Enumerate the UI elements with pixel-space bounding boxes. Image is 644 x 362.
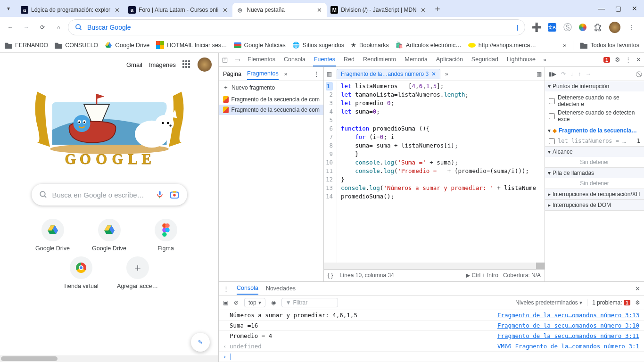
drawer-menu-icon[interactable]: ⋮	[223, 285, 229, 292]
console-prompt[interactable]	[219, 352, 644, 362]
minimize-button[interactable]: ―	[598, 5, 605, 12]
context-selector[interactable]: top ▾	[244, 298, 265, 307]
section-header[interactable]: ▾ Puntos de interrupción	[545, 81, 644, 91]
console-source-link[interactable]: Fragmento de la secu…omandos número 3:13	[497, 312, 639, 319]
console-sidebar-toggle[interactable]: ▣	[223, 299, 228, 306]
log-levels-selector[interactable]: Niveles predeterminados ▾	[515, 299, 582, 306]
section-header[interactable]: ▾ Pila de llamadas	[545, 168, 644, 178]
bookmark-item[interactable]: ★Bookmarks	[351, 41, 389, 49]
bookmark-item[interactable]: 🌐Sitios sugeridos	[292, 41, 344, 49]
browser-tab[interactable]: aForo | Alura Latam - Cursos onli✕	[124, 3, 232, 17]
breakpoint-source[interactable]: ▾ ◆ Fragmento de la secuencia…	[545, 125, 644, 136]
browser-menu-button[interactable]: ⋮	[627, 23, 636, 32]
section-header[interactable]: ▸ Interrupciones de recuperación/XH	[545, 189, 644, 199]
bookmark-item[interactable]: HOTMAIL Iniciar ses…	[156, 41, 227, 49]
tab-close-icon[interactable]: ✕	[431, 71, 436, 77]
home-button[interactable]: ⌂	[52, 21, 65, 34]
error-count-badge[interactable]: 1	[603, 57, 610, 63]
sources-tab-snippets[interactable]: Fragmentos	[247, 68, 279, 80]
drawer-tab-console[interactable]: Consola	[237, 282, 258, 295]
step-over-icon[interactable]: ↷	[561, 71, 566, 77]
reload-button[interactable]: ⟳	[36, 21, 49, 34]
devtools-menu-icon[interactable]: ⋮	[625, 56, 631, 63]
pause-caught-checkbox[interactable]: Detenerse cuando se detecten exce	[549, 108, 640, 123]
browser-tab[interactable]: ◎Nueva pestaña✕	[232, 3, 327, 17]
ext-generic-icon[interactable]	[579, 24, 586, 31]
devtools-panel-tab[interactable]: Fuentes	[313, 53, 336, 66]
forward-button[interactable]: →	[20, 21, 33, 34]
all-bookmarks-button[interactable]: Todos los favoritos	[580, 41, 639, 49]
apps-grid-icon[interactable]	[182, 60, 191, 69]
bookmark-item[interactable]: FERNANDO	[5, 41, 48, 49]
ext-add-icon[interactable]: ➕	[532, 23, 541, 32]
bookmark-item[interactable]: Google Drive	[105, 41, 149, 49]
devtools-panel-tab[interactable]: Aplicación	[435, 53, 464, 66]
profile-avatar[interactable]	[609, 22, 620, 33]
clear-console-icon[interactable]: ⊘	[234, 299, 239, 306]
google-doodle[interactable]: GOO GLE	[25, 76, 194, 171]
new-snippet-button[interactable]: ＋ Nuevo fragmento	[219, 81, 323, 94]
snippet-item[interactable]: Fragmento de la secuencia de com	[219, 105, 323, 115]
close-window-button[interactable]: ✕	[632, 5, 637, 12]
editor-open-tab[interactable]: Fragmento de la…andos número 3 ✕	[337, 69, 440, 79]
bookmarks-overflow[interactable]: »	[563, 42, 567, 49]
more-tabs-icon[interactable]: »	[284, 71, 288, 77]
bookmark-item[interactable]: Google Noticias	[234, 42, 286, 49]
browser-tab[interactable]: MDivision (/) - JavaScript | MDN✕	[327, 3, 430, 17]
pause-button[interactable]: ▮▶	[549, 71, 556, 77]
console-source-link[interactable]: Fragmento de la secu…omandos número 3:11	[497, 332, 639, 339]
snippet-item[interactable]: Fragmento de la secuencia de com	[219, 94, 323, 105]
bookmark-item[interactable]: 🛍️Artículos electrónic…	[396, 41, 462, 49]
ext-skype-icon[interactable]: Ⓢ	[563, 23, 572, 32]
devtools-panel-tab[interactable]: Seguridad	[471, 53, 499, 66]
omnibox[interactable]: Buscar Google |	[68, 19, 525, 35]
braces-icon[interactable]: { }	[328, 272, 333, 279]
browser-tab[interactable]: aLógica de programación: explor✕	[17, 3, 124, 17]
tab-close-icon[interactable]: ✕	[420, 6, 427, 14]
section-header[interactable]: ▸ Interrupciones de DOM	[545, 200, 644, 210]
console-filter[interactable]: ▼ Filtrar	[281, 298, 338, 307]
step-out-icon[interactable]: ↑	[578, 71, 581, 77]
ntp-shortcut[interactable]: Google Drive	[29, 219, 76, 252]
settings-icon[interactable]: ⚙	[615, 56, 620, 63]
devtools-panel-tab[interactable]: Rendimiento	[362, 53, 397, 66]
tab-close-icon[interactable]: ✕	[315, 6, 323, 14]
toggle-navigator-icon[interactable]: ▥	[327, 71, 332, 77]
voice-search-icon[interactable]	[155, 190, 165, 199]
devtools-panel-tab[interactable]: Red	[343, 53, 355, 66]
inspect-icon[interactable]: ◰	[222, 56, 228, 63]
ntp-search-box[interactable]: Busca en Google o escribe…	[32, 184, 187, 206]
back-button[interactable]: ←	[4, 21, 17, 34]
ext-translate-icon[interactable]: 文A	[548, 23, 556, 32]
breakpoint-line[interactable]: let listaNumeros = … 1	[545, 136, 644, 146]
gmail-link[interactable]: Gmail	[126, 61, 142, 68]
devtools-close-icon[interactable]: ✕	[636, 56, 641, 63]
bookmark-item[interactable]: http://eshops.merca…	[468, 42, 536, 49]
code-area[interactable]: 1234567891011121314 let listaNumeros = […	[324, 81, 545, 263]
more-tabs-icon[interactable]: »	[445, 71, 448, 77]
console-settings-icon[interactable]: ⚙	[635, 299, 640, 306]
customize-fab[interactable]: ✎	[191, 333, 210, 352]
bookmark-item[interactable]: CONSUELO	[55, 41, 98, 49]
extensions-button[interactable]	[593, 23, 603, 32]
section-header[interactable]: ▾ Alcance	[545, 147, 644, 157]
ntp-shortcut[interactable]: Google Drive	[86, 219, 133, 252]
pause-uncaught-checkbox[interactable]: Detenerse cuando no se detecten e	[549, 93, 640, 108]
console-source-link[interactable]: VM66 Fragmento de la…comandos número 3:1	[497, 343, 639, 350]
drawer-tab-whatsnew[interactable]: Novedades	[266, 285, 296, 292]
sources-menu-icon[interactable]: ⋮	[314, 70, 320, 77]
lens-icon[interactable]	[169, 189, 180, 200]
issues-link[interactable]: 1 problema: 1	[587, 299, 630, 306]
devtools-panel-tab[interactable]: Lighthouse	[506, 53, 537, 66]
more-panels-icon[interactable]: »	[543, 57, 546, 63]
run-snippet-button[interactable]: ▶ Ctrl + Intro	[466, 272, 498, 279]
tab-close-icon[interactable]: ✕	[113, 6, 121, 14]
device-toggle-icon[interactable]: ▭	[234, 56, 240, 63]
step-into-icon[interactable]: ↓	[570, 71, 573, 77]
devtools-panel-tab[interactable]: Consola	[283, 53, 306, 66]
images-link[interactable]: Imágenes	[149, 61, 176, 68]
toggle-debugger-icon[interactable]: ▥	[537, 71, 542, 77]
sources-tab-page[interactable]: Página	[223, 71, 241, 77]
maximize-button[interactable]: ▢	[615, 5, 621, 12]
drawer-close-icon[interactable]: ✕	[635, 285, 640, 292]
